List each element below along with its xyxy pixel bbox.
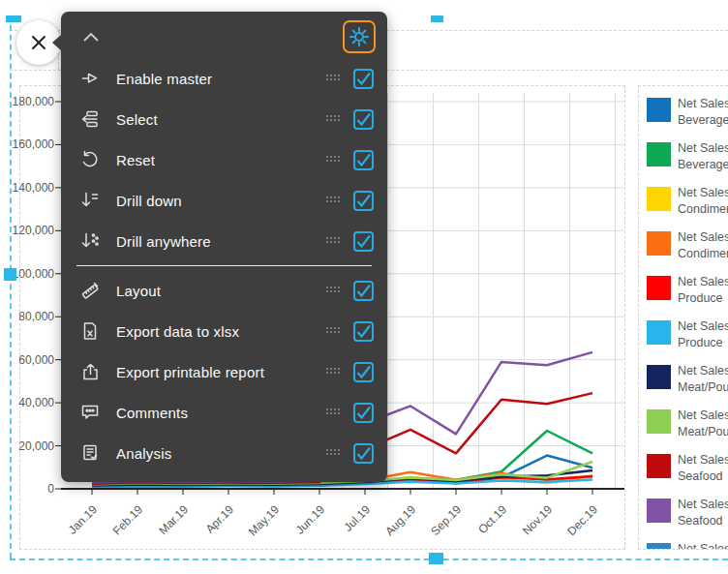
menu-item-comments[interactable]: Comments	[61, 392, 387, 433]
y-axis-label: 100,000	[13, 267, 55, 281]
legend-swatch	[647, 498, 671, 523]
legend-swatch	[647, 276, 671, 300]
legend-label: Net Sales aProduce	[678, 318, 728, 354]
x-axis-label: Feb.19	[110, 502, 146, 538]
drag-handle[interactable]	[326, 237, 342, 245]
legend-label: Net SalesBeverages	[678, 96, 728, 132]
x-axis-label: Apr.19	[203, 502, 237, 536]
legend-label: Net SalesMeat/Poultry	[678, 363, 728, 399]
legend-item[interactable]: Net SalesSeafood	[647, 452, 728, 488]
menu-item-label: Enable master	[116, 71, 212, 87]
menu-item-enable-master[interactable]: Enable master	[61, 58, 387, 99]
legend-item[interactable]: Net Sales aProduce	[647, 318, 728, 354]
menu-item-drill-anywhere[interactable]: Drill anywhere	[61, 221, 387, 261]
drill-anywhere-icon	[80, 231, 102, 251]
menu-item-export-xlsx[interactable]: Export data to xlsx	[61, 311, 387, 351]
menu-item-checkbox-select[interactable]	[353, 109, 374, 130]
menu-settings-button[interactable]	[343, 20, 376, 53]
close-icon	[29, 33, 48, 52]
legend-swatch	[647, 320, 671, 345]
menu-item-label: Comments	[116, 405, 188, 421]
x-axis-label: Dec.19	[564, 502, 600, 538]
xlsx-file-icon	[80, 321, 102, 341]
drag-handle[interactable]	[326, 156, 342, 164]
x-axis-label: Aug.19	[382, 502, 418, 538]
menu-item-reset[interactable]: Reset	[61, 139, 387, 180]
gear-icon	[349, 26, 370, 47]
legend-swatch	[647, 187, 671, 211]
legend-label: Net Sales	[678, 541, 728, 550]
menu-item-label: Export printable report	[116, 364, 264, 380]
y-axis-label: 160,000	[13, 137, 55, 151]
legend-swatch	[647, 365, 671, 389]
legend-item[interactable]: Net SalesBeverages	[647, 96, 728, 132]
dashboard-canvas: { "close_button": {"glyph": "✕"}, "menu"…	[0, 0, 728, 574]
select-icon	[80, 109, 102, 129]
menu-item-drill-down[interactable]: Drill down	[61, 180, 387, 221]
menu-item-checkbox-enable-master[interactable]	[353, 69, 374, 89]
legend-label: Net SalesCondiments	[678, 185, 728, 221]
menu-item-checkbox-layout[interactable]	[353, 281, 374, 301]
menu-item-label: Analysis	[116, 445, 171, 462]
drag-handle[interactable]	[326, 196, 342, 204]
legend-swatch	[647, 454, 671, 478]
menu-item-select[interactable]: Select	[61, 99, 387, 139]
legend-label: Net SalesSeafood	[678, 452, 728, 488]
menu-item-checkbox-drill-down[interactable]	[353, 191, 374, 211]
legend-item[interactable]: Net SalesMeat/Poultry	[647, 363, 728, 399]
menu-item-checkbox-reset[interactable]	[353, 150, 374, 170]
legend-item[interactable]: Net Sales aSeafood	[647, 497, 728, 532]
drag-handle[interactable]	[326, 449, 342, 457]
menu-item-checkbox-export-xlsx[interactable]	[353, 321, 374, 342]
drag-handle[interactable]	[326, 75, 342, 82]
pin-icon	[80, 69, 102, 88]
legend-swatch	[647, 231, 671, 256]
x-axis-label: Jan.19	[66, 502, 101, 537]
menu-item-checkbox-drill-anywhere[interactable]	[353, 231, 374, 252]
menu-item-checkbox-comments[interactable]	[353, 403, 374, 423]
menu-item-label: Drill anywhere	[116, 233, 211, 250]
menu-item-export-printable[interactable]: Export printable report	[61, 351, 387, 392]
drag-handle[interactable]	[326, 287, 342, 294]
drag-handle[interactable]	[326, 368, 342, 376]
chevron-up-icon[interactable]	[80, 30, 102, 44]
y-axis-label: 0	[47, 482, 54, 496]
menu-item-layout[interactable]: Layout	[61, 270, 387, 311]
drag-handle[interactable]	[326, 327, 342, 335]
y-axis-label: 20,000	[18, 439, 54, 453]
ruler-icon	[80, 281, 102, 300]
menu-item-analysis[interactable]: Analysis	[61, 433, 387, 473]
resize-handle-top-center[interactable]	[431, 15, 443, 22]
resize-handle-left-middle[interactable]	[4, 268, 16, 281]
drag-handle[interactable]	[326, 115, 342, 123]
legend-item[interactable]: Net SalesProduce	[647, 274, 728, 310]
legend-item[interactable]: Net Sales	[647, 541, 728, 550]
y-axis-label: 180,000	[13, 95, 55, 108]
selection-border-bottom	[10, 559, 728, 560]
menu-item-checkbox-analysis[interactable]	[353, 443, 374, 464]
drag-handle[interactable]	[326, 408, 342, 416]
legend-label: Net Sales aCondiments	[678, 229, 728, 265]
legend-item[interactable]: Net SalesCondiments	[647, 185, 728, 221]
menu-item-label: Layout	[116, 283, 161, 299]
legend-label: Net SalesProduce	[678, 274, 728, 310]
legend-swatch	[647, 98, 671, 122]
menu-divider	[76, 265, 372, 266]
menu-item-label: Select	[116, 111, 158, 128]
resize-handle-top-left[interactable]	[6, 15, 21, 22]
legend-swatch	[647, 409, 671, 434]
undo-icon	[80, 150, 102, 169]
legend-item[interactable]: Net Sales aMeat/Poultry	[647, 408, 728, 443]
x-axis-label: Oct.19	[475, 502, 509, 536]
menu-header	[61, 15, 387, 58]
chart-legend: Net SalesBeveragesNet Sales aBeveragesNe…	[638, 85, 728, 550]
y-axis-label: 60,000	[18, 353, 54, 367]
y-axis-label: 120,000	[13, 224, 55, 237]
legend-label: Net Sales aMeat/Poultry	[678, 408, 728, 443]
legend-label: Net Sales aBeverages	[678, 140, 728, 176]
resize-handle-bottom-center[interactable]	[429, 553, 443, 564]
legend-item[interactable]: Net Sales aBeverages	[647, 140, 728, 176]
menu-item-checkbox-export-printable[interactable]	[353, 362, 374, 382]
x-axis-label: Mar.19	[156, 502, 191, 537]
legend-item[interactable]: Net Sales aCondiments	[647, 229, 728, 265]
